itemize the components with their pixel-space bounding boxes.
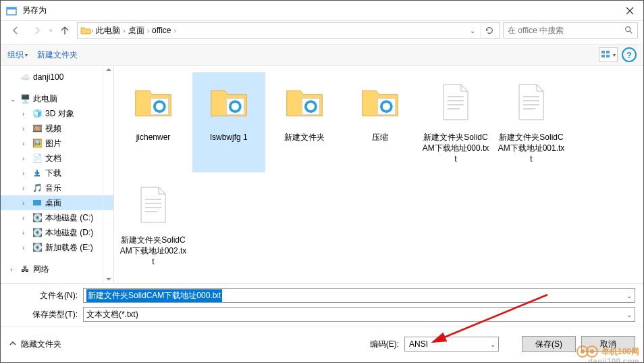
tree-item-documents[interactable]: ›📄文档 — [1, 151, 113, 166]
document-icon: 📄 — [32, 153, 43, 164]
tree-item-disk-c[interactable]: ›💽本地磁盘 (C:) — [1, 210, 113, 225]
savetype-value: 文本文档(*.txt) — [86, 309, 138, 320]
savetype-label: 保存类型(T): — [9, 309, 83, 320]
network-icon: 🖧 — [20, 264, 30, 274]
folder-icon — [283, 80, 326, 124]
item-label: 新建文件夹SolidCAM下载地址000.txt — [422, 132, 489, 165]
video-icon: 🎞️ — [32, 123, 43, 134]
file-item[interactable]: 新建文件夹SolidCAM下载地址000.txt — [419, 72, 492, 172]
new-folder-button[interactable]: 新建文件夹 — [37, 49, 78, 61]
svg-rect-4 — [606, 51, 610, 53]
tree-item-network[interactable]: ›🖧网络 — [1, 262, 113, 276]
tree-item-danji[interactable]: ☁️danji100 — [1, 70, 113, 84]
folder-icon — [80, 25, 91, 36]
cancel-button[interactable]: 取消 — [581, 336, 635, 352]
organize-button[interactable]: 组织 ▾ — [7, 49, 28, 61]
filename-input[interactable]: 新建文件夹SolidCAM下载地址000.txt ⌄ — [83, 288, 635, 303]
chevron-right-icon[interactable]: › — [174, 27, 176, 34]
tree-item-disk-e[interactable]: ›💽新加载卷 (E:) — [1, 240, 113, 255]
tree-item-videos[interactable]: ›🎞️视频 — [1, 121, 113, 136]
address-bar[interactable]: › 此电脑 › 桌面 › office › ⌄ — [77, 22, 500, 39]
txt-file-icon — [434, 80, 477, 124]
desktop-icon — [32, 197, 43, 208]
navigation-tree: ☁️danji100 ⌄🖥️此电脑 ›🧊3D 对象 ›🎞️视频 ›🖼️图片 ›📄… — [1, 66, 114, 283]
cloud-icon: ☁️ — [20, 72, 30, 82]
svg-rect-7 — [33, 200, 41, 205]
chevron-up-icon — [9, 339, 17, 349]
nav-forward-button[interactable] — [28, 22, 47, 39]
chevron-down-icon[interactable]: ⌄ — [470, 27, 475, 34]
folder-icon — [132, 80, 175, 124]
breadcrumb-folder[interactable]: office — [149, 26, 173, 35]
folder-icon — [358, 80, 402, 124]
history-dropdown-icon[interactable]: ▾ — [49, 27, 53, 34]
filename-label: 文件名(N): — [9, 290, 83, 301]
tree-item-3dobjects[interactable]: ›🧊3D 对象 — [1, 106, 113, 121]
save-button[interactable]: 保存(S) — [522, 336, 576, 352]
svg-rect-5 — [601, 55, 605, 57]
chevron-down-icon: ▾ — [25, 52, 28, 58]
view-mode-button[interactable]: ▾ — [599, 47, 618, 62]
pc-icon: 🖥️ — [20, 93, 30, 104]
refresh-button[interactable] — [481, 22, 497, 39]
chevron-down-icon[interactable]: ⌄ — [490, 341, 495, 348]
savetype-select[interactable]: 文本文档(*.txt) ⌄ — [83, 307, 635, 322]
disk-icon: 💽 — [32, 227, 43, 238]
svg-rect-6 — [606, 55, 610, 57]
tree-item-disk-d[interactable]: ›💽本地磁盘 (D:) — [1, 225, 113, 240]
search-input[interactable]: 在 office 中搜索 — [503, 22, 638, 39]
svg-point-2 — [626, 26, 630, 31]
item-label: 新建文件夹 — [284, 132, 325, 143]
encoding-value: ANSI — [409, 339, 428, 349]
search-icon[interactable] — [624, 25, 633, 37]
help-button[interactable]: ? — [622, 47, 637, 62]
encoding-select[interactable]: ANSI ⌄ — [404, 337, 499, 352]
txt-file-icon — [510, 80, 553, 124]
scrollbar[interactable] — [103, 66, 113, 283]
nav-up-button[interactable] — [55, 22, 74, 39]
tree-item-pc[interactable]: ⌄🖥️此电脑 — [1, 91, 113, 106]
download-icon — [32, 168, 43, 178]
music-icon: 🎵 — [32, 183, 43, 193]
tree-item-music[interactable]: ›🎵音乐 — [1, 180, 113, 195]
close-button[interactable] — [616, 1, 643, 21]
folder-item[interactable]: 压缩 — [344, 72, 417, 172]
nav-back-button[interactable] — [6, 22, 25, 39]
breadcrumb-desktop[interactable]: 桌面 — [126, 25, 147, 37]
disk-icon: 💽 — [32, 242, 43, 253]
item-label: 压缩 — [372, 132, 388, 143]
folder-icon — [207, 80, 250, 124]
window-icon — [6, 5, 17, 16]
breadcrumb-pc[interactable]: 此电脑 — [93, 25, 123, 37]
encoding-label: 编码(E): — [370, 339, 399, 350]
file-item[interactable]: 新建文件夹SolidCAM下载地址002.txt — [117, 175, 190, 275]
window-title: 另存为 — [22, 5, 616, 16]
disk-icon: 💽 — [32, 212, 43, 223]
chevron-down-icon[interactable]: ⌄ — [626, 311, 632, 318]
picture-icon: 🖼️ — [32, 138, 43, 149]
txt-file-icon — [132, 183, 175, 226]
folder-item[interactable]: 新建文件夹 — [268, 72, 341, 172]
file-item[interactable]: 新建文件夹SolidCAM下载地址001.txt — [495, 72, 568, 172]
item-label: jichenwer — [136, 132, 171, 143]
folder-item[interactable]: jichenwer — [117, 72, 190, 172]
tree-item-desktop[interactable]: ›桌面 — [1, 195, 113, 210]
item-label: 新建文件夹SolidCAM下载地址002.txt — [119, 235, 187, 268]
item-label: 新建文件夹SolidCAM下载地址001.txt — [498, 132, 565, 165]
tree-item-downloads[interactable]: ›下载 — [1, 166, 113, 180]
cube-icon: 🧊 — [32, 108, 43, 119]
folder-item[interactable]: lswbwjfg 1 — [192, 72, 265, 172]
svg-rect-1 — [7, 7, 16, 9]
chevron-down-icon[interactable]: ⌄ — [626, 292, 632, 299]
filename-value: 新建文件夹SolidCAM下载地址000.txt — [86, 289, 222, 302]
item-label: lswbwjfg 1 — [210, 132, 247, 143]
hide-folders-button[interactable]: 隐藏文件夹 — [9, 339, 61, 350]
tree-item-pictures[interactable]: ›🖼️图片 — [1, 136, 113, 151]
search-placeholder: 在 office 中搜索 — [508, 25, 564, 37]
svg-rect-3 — [601, 51, 605, 53]
file-list: jichenwer lswbwjfg 1 新建文件夹 压缩 新建文件夹Solid… — [114, 66, 643, 283]
